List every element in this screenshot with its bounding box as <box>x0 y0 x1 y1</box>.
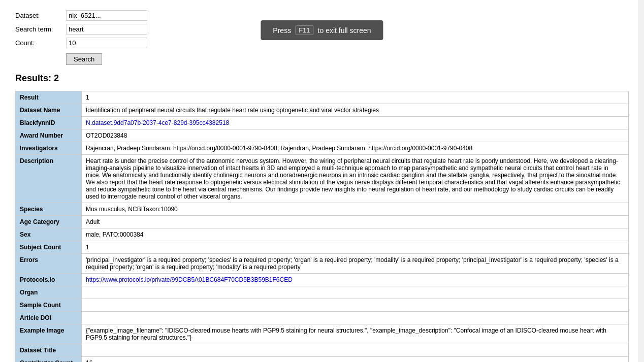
search-term-label: Search term: <box>15 25 66 33</box>
table-cell-label: BlackfynnID <box>16 117 82 129</box>
table-cell-label: Article DOI <box>16 312 82 324</box>
key-badge: F11 <box>295 25 313 35</box>
table-cell-value <box>82 299 629 312</box>
table-cell-value: 1 <box>82 241 629 254</box>
table-row: BlackfynnIDN.dataset.9dd7a07b-2037-4ce7-… <box>16 117 629 129</box>
table-row: Age CategoryAdult <box>16 216 629 228</box>
toast-message: to exit full screen <box>318 26 371 35</box>
table-cell-label: Organ <box>16 286 82 299</box>
page-wrapper: Dataset: Search term: Count: Search Resu… <box>0 0 644 362</box>
table-cell-label: Errors <box>16 254 82 274</box>
table-cell-value <box>82 344 629 357</box>
table-cell-value <box>82 312 629 324</box>
table-row: Protocols.iohttps://www.protocols.io/pri… <box>16 274 629 286</box>
table-cell-value: 'principal_investigator' is a required p… <box>82 254 629 274</box>
table-cell-label: Award Number <box>16 129 82 142</box>
table-cell-value: Adult <box>82 216 629 228</box>
table-row: Example Image{"example_image_filename": … <box>16 324 629 344</box>
table-cell-label: Sex <box>16 228 82 241</box>
table-cell-value: OT2OD023848 <box>82 129 629 142</box>
table-row: SpeciesMus musculus, NCBITaxon:10090 <box>16 203 629 216</box>
table-cell-label: Result <box>16 91 82 104</box>
table-cell-link[interactable]: N.dataset.9dd7a07b-2037-4ce7-829d-395cc4… <box>86 119 229 126</box>
table-cell-value: Mus musculus, NCBITaxon:10090 <box>82 203 629 216</box>
table-row: Article DOI <box>16 312 629 324</box>
scrollbar[interactable] <box>638 0 644 362</box>
table-cell-label: Subject Count <box>16 241 82 254</box>
search-term-input[interactable] <box>66 24 147 35</box>
table-row: Result1 <box>16 91 629 104</box>
table-cell-value: {"example_image_filename": "IDISCO-clear… <box>82 324 629 344</box>
table-cell-label: Age Category <box>16 216 82 228</box>
table-cell-label: Example Image <box>16 324 82 344</box>
table-cell-value[interactable]: N.dataset.9dd7a07b-2037-4ce7-829d-395cc4… <box>82 117 629 129</box>
table-cell-label: Dataset Name <box>16 104 82 117</box>
table-cell-label: Sample Count <box>16 299 82 312</box>
table-row: Errors'principal_investigator' is a requ… <box>16 254 629 274</box>
table-cell-value: 16 <box>82 357 629 363</box>
table-cell-value: male, PATO:0000384 <box>82 228 629 241</box>
dataset-input[interactable] <box>66 10 147 21</box>
table-row: Dataset Title <box>16 344 629 357</box>
table-row: Contributor Count16 <box>16 357 629 363</box>
table-cell-label: Species <box>16 203 82 216</box>
table-cell-label: Protocols.io <box>16 274 82 286</box>
table-cell-value: Identification of peripheral neural circ… <box>82 104 629 117</box>
table-row: Award NumberOT2OD023848 <box>16 129 629 142</box>
table-cell-link[interactable]: https://www.protocols.io/private/99DCB5A… <box>86 276 293 283</box>
table-cell-label: Description <box>16 155 82 203</box>
table-cell-value <box>82 286 629 299</box>
table-row: Sexmale, PATO:0000384 <box>16 228 629 241</box>
table-cell-label: Investigators <box>16 142 82 155</box>
table-cell-value: 1 <box>82 91 629 104</box>
table-row: InvestigatorsRajencran, Pradeep Sundaram… <box>16 142 629 155</box>
fullscreen-toast: Press F11 to exit full screen <box>261 20 383 40</box>
table-cell-value[interactable]: https://www.protocols.io/private/99DCB5A… <box>82 274 629 286</box>
table-row: Organ <box>16 286 629 299</box>
table-cell-value: Heart rate is under the precise control … <box>82 155 629 203</box>
results-table: Result1Dataset NameIdentification of per… <box>15 91 629 362</box>
results-count: Results: 2 <box>15 73 629 84</box>
search-button-row: Search <box>15 51 629 65</box>
table-cell-value: Rajencran, Pradeep Sundaram: https://orc… <box>82 142 629 155</box>
table-row: Subject Count1 <box>16 241 629 254</box>
table-cell-label: Dataset Title <box>16 344 82 357</box>
table-row: DescriptionHeart rate is under the preci… <box>16 155 629 203</box>
dataset-label: Dataset: <box>15 12 66 19</box>
count-input[interactable] <box>66 38 147 48</box>
table-row: Sample Count <box>16 299 629 312</box>
search-button[interactable]: Search <box>66 53 102 65</box>
table-row: Dataset NameIdentification of peripheral… <box>16 104 629 117</box>
press-label: Press <box>273 26 291 35</box>
count-label: Count: <box>15 39 66 47</box>
dataset-row: Dataset: <box>15 10 629 21</box>
table-cell-label: Contributor Count <box>16 357 82 363</box>
